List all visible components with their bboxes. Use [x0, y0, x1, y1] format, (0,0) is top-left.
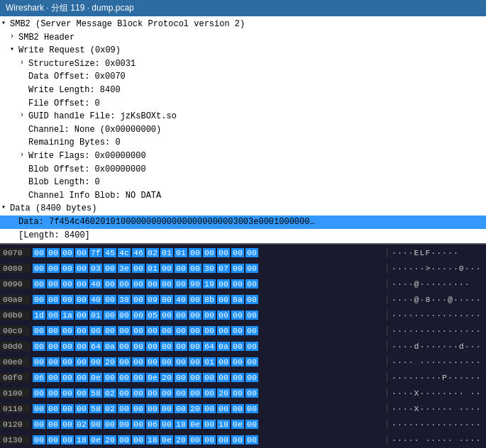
hex-byte[interactable]: 00 — [61, 342, 74, 351]
hex-byte[interactable]: 40 — [89, 279, 102, 289]
tree-row[interactable]: Data Offset: 0x0070 — [0, 70, 486, 84]
tree-row[interactable]: Blob Length: 0 — [0, 176, 486, 189]
hex-byte[interactable]: 00 — [104, 420, 116, 429]
hex-byte[interactable]: 00 — [217, 435, 230, 444]
tree-row[interactable]: Channel Info Blob: NO DATA — [0, 189, 486, 203]
hex-byte[interactable]: 20 — [217, 388, 230, 398]
tree-row[interactable]: Remaining Bytes: 0 — [0, 136, 486, 150]
hex-byte[interactable]: 00 — [231, 404, 244, 413]
tree-row[interactable]: [Length: 8400] — [0, 229, 486, 242]
hex-byte[interactable]: 45 — [104, 248, 116, 257]
hex-byte[interactable]: 00 — [231, 357, 244, 366]
hex-byte[interactable]: 00 — [132, 310, 145, 320]
hex-byte[interactable]: 30 — [203, 264, 216, 273]
hex-byte[interactable]: 01 — [175, 248, 187, 257]
hex-byte[interactable]: 00 — [61, 373, 74, 382]
hex-byte[interactable]: 00 — [33, 326, 45, 335]
hex-byte[interactable]: 00 — [231, 279, 244, 289]
hex-byte[interactable]: 00 — [75, 264, 88, 273]
hex-byte[interactable]: 00 — [33, 248, 45, 257]
hex-byte[interactable]: 00 — [132, 404, 145, 413]
hex-byte[interactable]: 00 — [33, 342, 45, 351]
hex-byte[interactable]: 00 — [217, 326, 230, 335]
hex-byte[interactable]: 00 — [245, 326, 258, 335]
hex-byte[interactable]: 00 — [146, 326, 159, 335]
tree-row[interactable]: GUID handle File: jzKsBOXt.so — [0, 110, 486, 123]
hex-byte[interactable]: 00 — [160, 326, 173, 335]
hex-byte[interactable]: 00 — [61, 420, 74, 429]
hex-byte[interactable]: 00 — [104, 310, 116, 320]
hex-byte[interactable]: 03 — [89, 264, 102, 273]
tree-arrow[interactable] — [1, 18, 10, 29]
hex-byte[interactable]: 00 — [189, 388, 201, 398]
hex-byte[interactable]: 00 — [47, 264, 60, 273]
hex-byte[interactable]: 00 — [175, 404, 187, 413]
hex-byte[interactable]: 0a — [104, 342, 116, 351]
hex-byte[interactable]: 00 — [47, 279, 60, 289]
tree-arrow[interactable] — [20, 110, 28, 121]
hex-byte[interactable]: 00 — [33, 404, 45, 413]
hex-byte[interactable]: 00 — [118, 310, 131, 320]
hex-byte[interactable]: 00 — [61, 388, 74, 398]
hex-byte[interactable]: 02 — [104, 388, 116, 398]
tree-row[interactable]: Channel: None (0x00000000) — [0, 123, 486, 137]
hex-byte[interactable]: 00 — [189, 357, 201, 366]
hex-byte[interactable]: 00 — [245, 279, 258, 289]
hex-byte[interactable]: 00 — [75, 279, 88, 289]
hex-byte[interactable]: 00 — [61, 357, 74, 366]
hex-byte[interactable]: 00 — [33, 357, 45, 366]
hex-byte[interactable]: 00 — [104, 295, 116, 304]
hex-byte[interactable]: 20 — [175, 435, 187, 444]
hex-byte[interactable]: 19 — [203, 279, 216, 289]
hex-byte[interactable]: 00 — [47, 342, 60, 351]
hex-byte[interactable]: 00 — [146, 388, 159, 398]
hex-byte[interactable]: 00 — [33, 388, 45, 398]
tree-row[interactable]: Write Length: 8400 — [0, 84, 486, 97]
hex-byte[interactable]: 00 — [47, 248, 60, 257]
hex-byte[interactable]: 00 — [104, 279, 116, 289]
hex-byte[interactable]: 90 — [189, 279, 201, 289]
hex-byte[interactable]: 07 — [217, 264, 230, 273]
hex-byte[interactable]: 00 — [160, 295, 173, 304]
hex-byte[interactable]: 00 — [175, 373, 187, 382]
hex-byte[interactable]: 00 — [245, 388, 258, 398]
tree-row[interactable]: Data (8400 bytes) — [0, 202, 486, 215]
hex-byte[interactable]: 00 — [245, 404, 258, 413]
hex-byte[interactable]: 00 — [132, 388, 145, 398]
hex-byte[interactable]: 01 — [160, 248, 173, 257]
hex-byte[interactable]: 00 — [217, 295, 230, 304]
hex-byte[interactable]: 00 — [89, 420, 102, 429]
hex-byte[interactable]: 00 — [61, 404, 74, 413]
hex-byte[interactable]: 00 — [203, 326, 216, 335]
hex-byte[interactable]: 00 — [89, 326, 102, 335]
hex-byte[interactable]: 00 — [231, 342, 244, 351]
hex-byte[interactable]: 00 — [146, 342, 159, 351]
tree-row[interactable]: Write Request (0x09) — [0, 44, 486, 57]
hex-byte[interactable]: 00 — [217, 279, 230, 289]
hex-byte[interactable]: 00 — [146, 357, 159, 366]
hex-byte[interactable]: 00 — [89, 357, 102, 366]
hex-byte[interactable]: 00 — [175, 264, 187, 273]
hex-byte[interactable]: 00 — [118, 326, 131, 335]
hex-byte[interactable]: 00 — [189, 342, 201, 351]
hex-byte[interactable]: 00 — [231, 264, 244, 273]
hex-byte[interactable]: 02 — [75, 420, 88, 429]
hex-byte[interactable]: 01 — [146, 264, 159, 273]
hex-byte[interactable]: 00 — [75, 248, 88, 257]
hex-byte[interactable]: 00 — [132, 295, 145, 304]
hex-byte[interactable]: 00 — [33, 435, 45, 444]
hex-byte[interactable]: 64 — [89, 342, 102, 351]
hex-byte[interactable]: 00 — [104, 373, 116, 382]
tree-row[interactable]: Data: 7f454c4602010100000000000000000000… — [0, 215, 486, 229]
tree-row[interactable]: SMB2 (Server Message Block Protocol vers… — [0, 18, 486, 31]
hex-byte[interactable]: 00 — [118, 279, 131, 289]
hex-byte[interactable]: 00 — [203, 248, 216, 257]
hex-byte[interactable]: 00 — [61, 295, 74, 304]
hex-byte[interactable]: 00 — [61, 279, 74, 289]
hex-byte[interactable]: 0e — [146, 373, 159, 382]
hex-byte[interactable]: 0a — [217, 342, 230, 351]
hex-byte[interactable]: 00 — [118, 342, 131, 351]
hex-byte[interactable]: 00 — [231, 248, 244, 257]
hex-byte[interactable]: 18 — [146, 435, 159, 444]
hex-byte[interactable]: 00 — [75, 373, 88, 382]
